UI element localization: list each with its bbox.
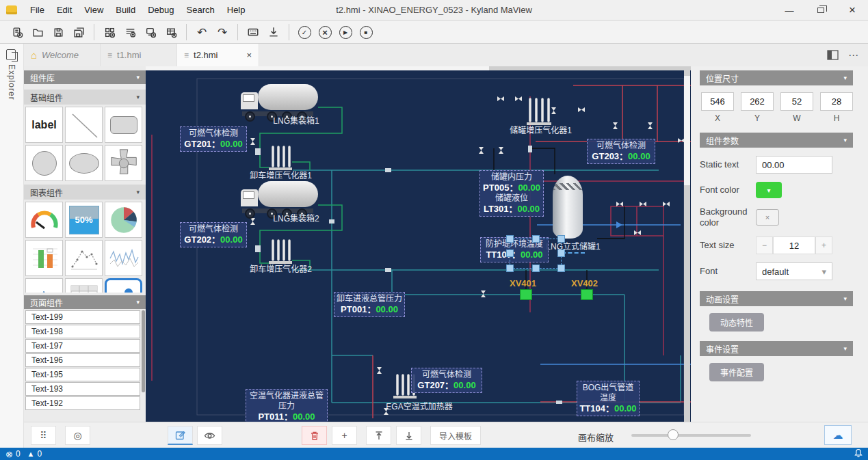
zoom-slider[interactable] bbox=[631, 434, 751, 437]
validate-button[interactable]: ✓ bbox=[294, 23, 315, 41]
event-settings-header[interactable]: 事件设置 ▾ bbox=[700, 341, 853, 356]
static-text-input[interactable] bbox=[756, 156, 832, 174]
restore-button[interactable] bbox=[805, 0, 837, 21]
component-rounded-rect[interactable] bbox=[105, 107, 142, 143]
basic-components-header[interactable]: 基础组件 ▾ bbox=[24, 90, 146, 105]
component-cross[interactable] bbox=[105, 145, 142, 181]
data-box-gt201[interactable]: 可燃气体检测 GT201：00.00 bbox=[180, 126, 247, 152]
selection-handle[interactable] bbox=[506, 265, 514, 272]
error-icon[interactable]: ⊗ bbox=[5, 449, 13, 459]
x-input[interactable] bbox=[701, 92, 734, 111]
build-button[interactable] bbox=[243, 23, 263, 41]
add-hmi-page-button[interactable] bbox=[140, 23, 161, 41]
selection-handle[interactable] bbox=[557, 249, 565, 257]
menu-edit[interactable]: Edit bbox=[51, 0, 78, 21]
text-size-decrease-button[interactable]: − bbox=[756, 236, 773, 254]
add-widget-button[interactable] bbox=[99, 23, 120, 41]
library-header[interactable]: 组件库 ▾ bbox=[24, 70, 146, 84]
list-item-text-196[interactable]: Text-196 bbox=[25, 353, 140, 367]
center-view-button[interactable]: ◎ bbox=[65, 426, 90, 445]
zoom-slider-thumb[interactable] bbox=[668, 429, 679, 440]
event-config-button[interactable]: 事件配置 bbox=[709, 363, 764, 381]
vaporizer-1[interactable] bbox=[269, 140, 292, 173]
menu-search[interactable]: Search bbox=[181, 0, 221, 21]
split-view-icon[interactable] bbox=[827, 50, 839, 60]
more-options-icon[interactable]: ⋯ bbox=[848, 49, 858, 62]
text-size-increase-button[interactable]: + bbox=[815, 236, 832, 254]
tab-t1[interactable]: ≡ t1.hmi bbox=[101, 44, 177, 66]
component-circle[interactable] bbox=[25, 145, 63, 181]
vaporizer-2[interactable] bbox=[269, 234, 292, 267]
menu-help[interactable]: Help bbox=[221, 0, 252, 21]
component-line-chart[interactable] bbox=[65, 240, 103, 276]
selection-handle[interactable] bbox=[506, 235, 514, 243]
component-pie-chart[interactable] bbox=[105, 202, 142, 238]
stop-button[interactable]: ■ bbox=[356, 23, 376, 41]
edit-mode-button[interactable] bbox=[168, 426, 193, 445]
component-line[interactable] bbox=[65, 107, 103, 143]
grid-view-button[interactable]: ⠿ bbox=[31, 426, 56, 445]
warning-count[interactable]: 0 bbox=[37, 449, 42, 459]
h-input[interactable] bbox=[820, 92, 853, 111]
font-color-picker[interactable]: ▾ bbox=[756, 182, 782, 198]
component-trend-chart[interactable] bbox=[105, 240, 142, 276]
add-element-button[interactable]: + bbox=[332, 426, 357, 445]
data-box-gt203[interactable]: 可燃气体检测 GT203：00.00 bbox=[587, 139, 655, 164]
component-label[interactable]: label bbox=[25, 107, 63, 143]
tab-close-icon[interactable]: × bbox=[246, 50, 252, 60]
list-scrollbar[interactable] bbox=[142, 310, 145, 392]
selection-handle[interactable] bbox=[532, 235, 540, 243]
dynamic-properties-button[interactable]: 动态特性 bbox=[709, 313, 764, 332]
save-as-button[interactable] bbox=[68, 23, 89, 41]
delete-button[interactable] bbox=[302, 426, 327, 445]
run-button[interactable]: ▶ bbox=[335, 23, 356, 41]
chart-components-header[interactable]: 图表组件 ▾ bbox=[24, 185, 146, 200]
tab-welcome[interactable]: ⌂ Welcome bbox=[24, 44, 101, 66]
list-item-text-198[interactable]: Text-198 bbox=[25, 325, 140, 338]
valve-xv401[interactable] bbox=[520, 289, 532, 300]
canvas-horizontal-scrollbar[interactable] bbox=[146, 66, 691, 70]
data-box-gt207[interactable]: 可燃气体检测 GT207：00.00 bbox=[411, 368, 482, 393]
y-input[interactable] bbox=[741, 92, 774, 111]
data-box-tt104[interactable]: BOG出气管道温度 TT104：00.00 bbox=[577, 381, 640, 416]
export-layer-button[interactable] bbox=[366, 426, 391, 445]
page-components-header[interactable]: 页面组件 ▾ bbox=[24, 295, 146, 309]
selection-handle[interactable] bbox=[557, 235, 565, 243]
add-table-button[interactable] bbox=[161, 23, 181, 41]
list-item-text-199[interactable]: Text-199 bbox=[25, 310, 140, 324]
component-ellipse[interactable] bbox=[65, 145, 103, 181]
error-count[interactable]: 0 bbox=[16, 449, 21, 459]
component-gauge[interactable] bbox=[25, 202, 63, 238]
list-item-text-195[interactable]: Text-195 bbox=[25, 368, 140, 381]
text-size-value[interactable]: 12 bbox=[773, 236, 815, 254]
component-bar-chart[interactable] bbox=[25, 240, 63, 276]
menu-build[interactable]: Build bbox=[109, 0, 142, 21]
component-params-header[interactable]: 组件参数 ▾ bbox=[700, 133, 853, 148]
lng-vertical-tank[interactable] bbox=[553, 176, 583, 239]
tab-t2[interactable]: ≡ t2.hmi × bbox=[177, 44, 259, 66]
w-input[interactable] bbox=[780, 92, 813, 111]
hmi-canvas[interactable]: LNG集装箱1 卸车增压气化器1 LNG集装箱2 卸车增压气化器2 储罐增压气化… bbox=[146, 66, 691, 422]
data-box-pt001[interactable]: 卸车进液总管压力 PT001：00.00 bbox=[334, 292, 405, 317]
deploy-button[interactable] bbox=[263, 23, 284, 41]
animation-settings-header[interactable]: 动画设置 ▾ bbox=[700, 291, 853, 306]
data-box-gt202[interactable]: 可燃气体检测 GT202：00.00 bbox=[180, 222, 247, 247]
data-box-pt005-lt301[interactable]: 储罐内压力 PT005：00.00 储罐液位 LT301：00.00 bbox=[479, 170, 544, 217]
warning-icon[interactable]: ▲ bbox=[27, 450, 35, 458]
open-project-button[interactable] bbox=[27, 23, 48, 41]
selection-handle[interactable] bbox=[506, 249, 514, 257]
import-template-button[interactable]: 导入模板 bbox=[430, 426, 481, 445]
selection-handle[interactable] bbox=[557, 265, 565, 272]
cancel-button[interactable]: × bbox=[315, 23, 335, 41]
component-table[interactable] bbox=[65, 278, 103, 293]
component-water-level[interactable]: 50% bbox=[65, 202, 103, 238]
minimize-button[interactable]: — bbox=[774, 0, 805, 21]
new-page-button[interactable] bbox=[7, 23, 27, 41]
add-datasource-button[interactable] bbox=[120, 23, 140, 41]
explorer-pages-icon[interactable] bbox=[6, 49, 16, 60]
menu-debug[interactable]: Debug bbox=[142, 0, 180, 21]
menu-view[interactable]: View bbox=[78, 0, 109, 21]
component-image[interactable] bbox=[105, 278, 142, 293]
data-box-pt011[interactable]: 空温气化器进液总管压力 PT011：00.00 bbox=[246, 389, 328, 422]
redo-button[interactable]: ↷ bbox=[212, 23, 233, 41]
